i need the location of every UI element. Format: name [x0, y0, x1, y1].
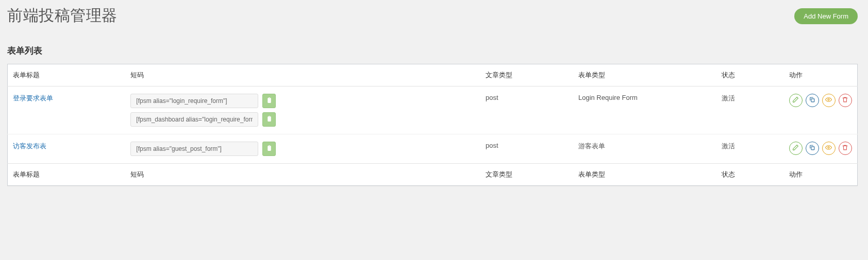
cell-status: 激活	[716, 86, 784, 134]
th-shortcode: 短码	[125, 64, 480, 86]
cell-form-type: Login Require Form	[573, 86, 716, 134]
svg-point-3	[828, 147, 829, 148]
cell-post-type: post	[480, 134, 573, 164]
pencil-icon	[792, 96, 799, 105]
delete-button[interactable]	[839, 94, 852, 107]
pencil-icon	[792, 144, 799, 152]
cell-form-type: 游客表单	[573, 134, 716, 164]
tf-shortcode: 短码	[125, 164, 480, 186]
copy-icon	[809, 96, 815, 105]
tf-form-type: 表单类型	[573, 164, 716, 186]
th-status: 状态	[716, 64, 784, 86]
copy-icon	[809, 144, 815, 152]
delete-button[interactable]	[839, 142, 852, 155]
clipboard-icon	[266, 97, 273, 105]
preview-button[interactable]	[822, 142, 836, 155]
form-title-link[interactable]: 登录要求表单	[13, 94, 53, 102]
footer-spacer	[7, 186, 858, 212]
cell-post-type: post	[480, 86, 573, 134]
duplicate-button[interactable]	[806, 142, 819, 155]
th-post-type: 文章类型	[480, 64, 573, 86]
page-title: 前端投稿管理器	[7, 5, 118, 26]
tf-actions: 动作	[784, 164, 858, 186]
shortcode-input[interactable]	[130, 94, 258, 108]
copy-shortcode-button[interactable]	[262, 94, 276, 108]
clipboard-icon	[266, 145, 273, 153]
svg-rect-2	[811, 147, 814, 150]
preview-button[interactable]	[822, 94, 836, 107]
tf-title: 表单标题	[8, 164, 126, 186]
table-row: 访客发布表post游客表单激活	[8, 134, 858, 164]
svg-point-1	[828, 99, 829, 100]
copy-shortcode-button[interactable]	[262, 112, 276, 127]
tf-post-type: 文章类型	[480, 164, 573, 186]
cell-status: 激活	[716, 134, 784, 164]
trash-icon	[842, 96, 848, 105]
clipboard-icon	[266, 115, 273, 124]
edit-button[interactable]	[789, 142, 803, 155]
edit-button[interactable]	[789, 94, 803, 107]
shortcode-input[interactable]	[130, 112, 258, 127]
duplicate-button[interactable]	[806, 94, 819, 107]
section-title: 表单列表	[7, 45, 858, 57]
eye-icon	[825, 96, 832, 105]
eye-icon	[825, 144, 832, 152]
svg-rect-0	[811, 99, 814, 102]
shortcode-input[interactable]	[130, 142, 258, 156]
tf-status: 状态	[716, 164, 784, 186]
add-new-form-button[interactable]: Add New Form	[794, 8, 858, 24]
table-row: 登录要求表单postLogin Require Form激活	[8, 86, 858, 134]
th-form-type: 表单类型	[573, 64, 716, 86]
form-title-link[interactable]: 访客发布表	[13, 142, 46, 150]
th-actions: 动作	[784, 64, 858, 86]
trash-icon	[842, 144, 848, 152]
th-title: 表单标题	[8, 64, 126, 86]
forms-table: 表单标题 短码 文章类型 表单类型 状态 动作 登录要求表单postLogin …	[7, 64, 858, 186]
copy-shortcode-button[interactable]	[262, 142, 276, 156]
